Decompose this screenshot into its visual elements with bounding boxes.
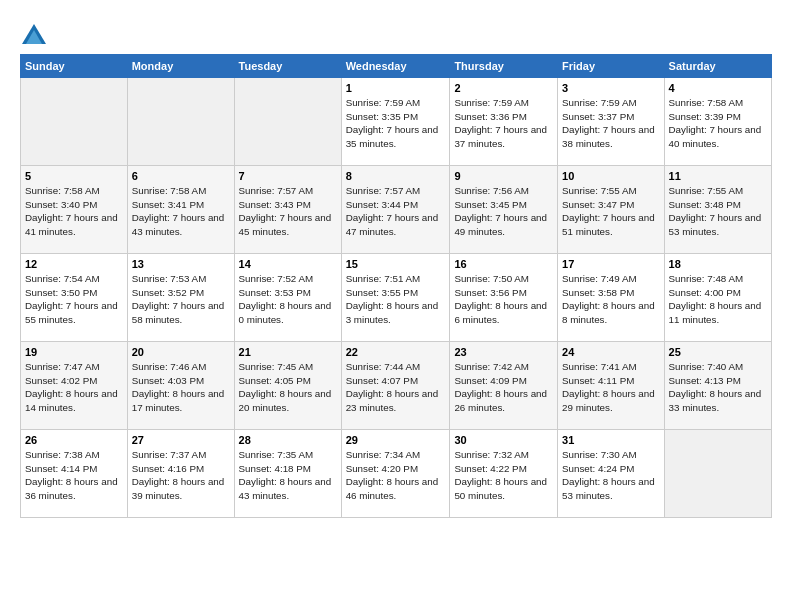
calendar-cell: 4Sunrise: 7:58 AM Sunset: 3:39 PM Daylig… [664, 78, 771, 166]
week-row-4: 19Sunrise: 7:47 AM Sunset: 4:02 PM Dayli… [21, 342, 772, 430]
calendar-cell: 5Sunrise: 7:58 AM Sunset: 3:40 PM Daylig… [21, 166, 128, 254]
day-number: 14 [239, 258, 337, 270]
day-info: Sunrise: 7:59 AM Sunset: 3:35 PM Dayligh… [346, 96, 446, 150]
calendar-cell [21, 78, 128, 166]
day-info: Sunrise: 7:37 AM Sunset: 4:16 PM Dayligh… [132, 448, 230, 502]
day-number: 8 [346, 170, 446, 182]
calendar-cell: 11Sunrise: 7:55 AM Sunset: 3:48 PM Dayli… [664, 166, 771, 254]
header-day-tuesday: Tuesday [234, 55, 341, 78]
day-number: 30 [454, 434, 553, 446]
day-info: Sunrise: 7:53 AM Sunset: 3:52 PM Dayligh… [132, 272, 230, 326]
day-number: 23 [454, 346, 553, 358]
day-number: 3 [562, 82, 660, 94]
day-number: 5 [25, 170, 123, 182]
calendar-cell: 14Sunrise: 7:52 AM Sunset: 3:53 PM Dayli… [234, 254, 341, 342]
calendar-cell [664, 430, 771, 518]
header-day-wednesday: Wednesday [341, 55, 450, 78]
calendar-cell: 20Sunrise: 7:46 AM Sunset: 4:03 PM Dayli… [127, 342, 234, 430]
day-info: Sunrise: 7:38 AM Sunset: 4:14 PM Dayligh… [25, 448, 123, 502]
header-day-sunday: Sunday [21, 55, 128, 78]
calendar-cell: 3Sunrise: 7:59 AM Sunset: 3:37 PM Daylig… [558, 78, 665, 166]
calendar-cell: 10Sunrise: 7:55 AM Sunset: 3:47 PM Dayli… [558, 166, 665, 254]
calendar-cell: 30Sunrise: 7:32 AM Sunset: 4:22 PM Dayli… [450, 430, 558, 518]
day-info: Sunrise: 7:57 AM Sunset: 3:43 PM Dayligh… [239, 184, 337, 238]
calendar: SundayMondayTuesdayWednesdayThursdayFrid… [20, 54, 772, 518]
day-info: Sunrise: 7:30 AM Sunset: 4:24 PM Dayligh… [562, 448, 660, 502]
day-info: Sunrise: 7:32 AM Sunset: 4:22 PM Dayligh… [454, 448, 553, 502]
calendar-cell: 28Sunrise: 7:35 AM Sunset: 4:18 PM Dayli… [234, 430, 341, 518]
day-info: Sunrise: 7:42 AM Sunset: 4:09 PM Dayligh… [454, 360, 553, 414]
day-number: 2 [454, 82, 553, 94]
week-row-2: 5Sunrise: 7:58 AM Sunset: 3:40 PM Daylig… [21, 166, 772, 254]
day-number: 20 [132, 346, 230, 358]
calendar-cell: 6Sunrise: 7:58 AM Sunset: 3:41 PM Daylig… [127, 166, 234, 254]
day-number: 19 [25, 346, 123, 358]
day-number: 9 [454, 170, 553, 182]
day-info: Sunrise: 7:55 AM Sunset: 3:47 PM Dayligh… [562, 184, 660, 238]
header-day-thursday: Thursday [450, 55, 558, 78]
day-number: 12 [25, 258, 123, 270]
calendar-cell: 2Sunrise: 7:59 AM Sunset: 3:36 PM Daylig… [450, 78, 558, 166]
calendar-cell: 25Sunrise: 7:40 AM Sunset: 4:13 PM Dayli… [664, 342, 771, 430]
day-info: Sunrise: 7:34 AM Sunset: 4:20 PM Dayligh… [346, 448, 446, 502]
day-info: Sunrise: 7:49 AM Sunset: 3:58 PM Dayligh… [562, 272, 660, 326]
week-row-3: 12Sunrise: 7:54 AM Sunset: 3:50 PM Dayli… [21, 254, 772, 342]
day-number: 1 [346, 82, 446, 94]
day-info: Sunrise: 7:44 AM Sunset: 4:07 PM Dayligh… [346, 360, 446, 414]
day-info: Sunrise: 7:46 AM Sunset: 4:03 PM Dayligh… [132, 360, 230, 414]
day-number: 11 [669, 170, 767, 182]
day-info: Sunrise: 7:48 AM Sunset: 4:00 PM Dayligh… [669, 272, 767, 326]
calendar-cell: 8Sunrise: 7:57 AM Sunset: 3:44 PM Daylig… [341, 166, 450, 254]
header-day-monday: Monday [127, 55, 234, 78]
week-row-5: 26Sunrise: 7:38 AM Sunset: 4:14 PM Dayli… [21, 430, 772, 518]
calendar-cell [127, 78, 234, 166]
day-number: 18 [669, 258, 767, 270]
calendar-cell: 12Sunrise: 7:54 AM Sunset: 3:50 PM Dayli… [21, 254, 128, 342]
day-info: Sunrise: 7:58 AM Sunset: 3:41 PM Dayligh… [132, 184, 230, 238]
calendar-cell: 18Sunrise: 7:48 AM Sunset: 4:00 PM Dayli… [664, 254, 771, 342]
calendar-cell: 17Sunrise: 7:49 AM Sunset: 3:58 PM Dayli… [558, 254, 665, 342]
day-info: Sunrise: 7:59 AM Sunset: 3:36 PM Dayligh… [454, 96, 553, 150]
day-number: 10 [562, 170, 660, 182]
day-info: Sunrise: 7:45 AM Sunset: 4:05 PM Dayligh… [239, 360, 337, 414]
calendar-cell: 13Sunrise: 7:53 AM Sunset: 3:52 PM Dayli… [127, 254, 234, 342]
calendar-cell: 23Sunrise: 7:42 AM Sunset: 4:09 PM Dayli… [450, 342, 558, 430]
day-info: Sunrise: 7:51 AM Sunset: 3:55 PM Dayligh… [346, 272, 446, 326]
day-number: 15 [346, 258, 446, 270]
day-info: Sunrise: 7:47 AM Sunset: 4:02 PM Dayligh… [25, 360, 123, 414]
day-number: 31 [562, 434, 660, 446]
calendar-cell: 27Sunrise: 7:37 AM Sunset: 4:16 PM Dayli… [127, 430, 234, 518]
calendar-cell [234, 78, 341, 166]
logo [20, 22, 52, 50]
calendar-cell: 9Sunrise: 7:56 AM Sunset: 3:45 PM Daylig… [450, 166, 558, 254]
calendar-cell: 31Sunrise: 7:30 AM Sunset: 4:24 PM Dayli… [558, 430, 665, 518]
day-info: Sunrise: 7:59 AM Sunset: 3:37 PM Dayligh… [562, 96, 660, 150]
day-number: 22 [346, 346, 446, 358]
day-number: 6 [132, 170, 230, 182]
day-number: 17 [562, 258, 660, 270]
calendar-cell: 1Sunrise: 7:59 AM Sunset: 3:35 PM Daylig… [341, 78, 450, 166]
calendar-cell: 16Sunrise: 7:50 AM Sunset: 3:56 PM Dayli… [450, 254, 558, 342]
day-info: Sunrise: 7:50 AM Sunset: 3:56 PM Dayligh… [454, 272, 553, 326]
day-number: 29 [346, 434, 446, 446]
calendar-cell: 29Sunrise: 7:34 AM Sunset: 4:20 PM Dayli… [341, 430, 450, 518]
header-day-saturday: Saturday [664, 55, 771, 78]
day-info: Sunrise: 7:57 AM Sunset: 3:44 PM Dayligh… [346, 184, 446, 238]
day-info: Sunrise: 7:54 AM Sunset: 3:50 PM Dayligh… [25, 272, 123, 326]
header-day-friday: Friday [558, 55, 665, 78]
day-info: Sunrise: 7:40 AM Sunset: 4:13 PM Dayligh… [669, 360, 767, 414]
day-info: Sunrise: 7:41 AM Sunset: 4:11 PM Dayligh… [562, 360, 660, 414]
day-info: Sunrise: 7:35 AM Sunset: 4:18 PM Dayligh… [239, 448, 337, 502]
day-info: Sunrise: 7:56 AM Sunset: 3:45 PM Dayligh… [454, 184, 553, 238]
logo-icon [20, 22, 48, 50]
calendar-cell: 19Sunrise: 7:47 AM Sunset: 4:02 PM Dayli… [21, 342, 128, 430]
calendar-cell: 22Sunrise: 7:44 AM Sunset: 4:07 PM Dayli… [341, 342, 450, 430]
calendar-header: SundayMondayTuesdayWednesdayThursdayFrid… [21, 55, 772, 78]
day-info: Sunrise: 7:52 AM Sunset: 3:53 PM Dayligh… [239, 272, 337, 326]
day-number: 13 [132, 258, 230, 270]
calendar-cell: 21Sunrise: 7:45 AM Sunset: 4:05 PM Dayli… [234, 342, 341, 430]
day-number: 25 [669, 346, 767, 358]
calendar-cell: 24Sunrise: 7:41 AM Sunset: 4:11 PM Dayli… [558, 342, 665, 430]
calendar-cell: 7Sunrise: 7:57 AM Sunset: 3:43 PM Daylig… [234, 166, 341, 254]
week-row-1: 1Sunrise: 7:59 AM Sunset: 3:35 PM Daylig… [21, 78, 772, 166]
